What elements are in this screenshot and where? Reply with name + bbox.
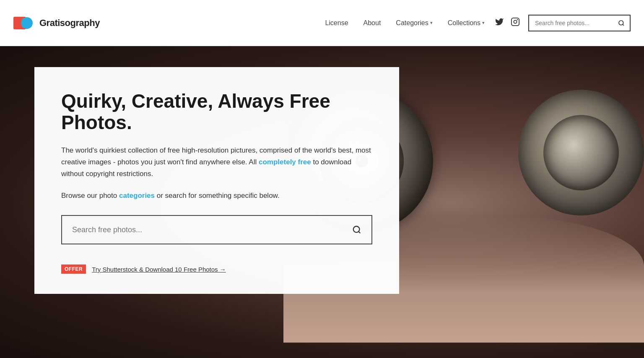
navigation: Gratisography License About Categories ▾… <box>0 0 644 46</box>
svg-line-6 <box>358 232 360 233</box>
hero-search-icon <box>352 225 361 234</box>
instagram-link[interactable] <box>511 17 520 29</box>
nav-collections[interactable]: Collections ▾ <box>448 19 485 27</box>
offer-bar: OFFER Try Shutterstock & Download 10 Fre… <box>61 265 372 274</box>
svg-point-3 <box>619 21 623 25</box>
social-icons <box>495 17 520 29</box>
svg-rect-0 <box>512 18 519 26</box>
nav-search-input[interactable] <box>529 16 613 31</box>
svg-line-4 <box>623 24 624 26</box>
hero-search-input[interactable] <box>62 216 342 244</box>
nav-categories[interactable]: Categories ▾ <box>396 19 432 27</box>
hero-search-button[interactable] <box>342 216 371 244</box>
search-icon <box>618 20 625 26</box>
nav-search-button[interactable] <box>613 16 630 31</box>
offer-badge: OFFER <box>61 265 86 274</box>
goggle-right-inner <box>543 115 619 190</box>
twitter-link[interactable] <box>495 17 504 29</box>
nav-license[interactable]: License <box>325 19 348 27</box>
collections-dropdown-arrow: ▾ <box>482 20 485 26</box>
logo-icon <box>13 16 35 31</box>
nav-about[interactable]: About <box>364 19 381 27</box>
offer-link[interactable]: Try Shutterstock & Download 10 Free Phot… <box>92 266 226 273</box>
hero-card: Quirky, Creative, Always Free Photos. Th… <box>34 67 399 294</box>
nav-links: License About Categories ▾ Collections ▾ <box>325 19 485 27</box>
svg-point-1 <box>514 20 517 23</box>
free-link[interactable]: completely free <box>259 158 311 166</box>
svg-point-2 <box>517 19 518 21</box>
svg-point-5 <box>353 226 360 233</box>
hero-search-bar <box>61 215 372 244</box>
twitter-icon <box>495 17 504 26</box>
instagram-icon <box>511 17 520 26</box>
categories-link[interactable]: categories <box>119 192 155 200</box>
logo[interactable]: Gratisography <box>13 16 100 31</box>
site-name: Gratisography <box>39 18 100 29</box>
logo-circle <box>21 17 33 29</box>
hero-description: The world's quirkiest collection of free… <box>61 145 372 180</box>
browse-suffix: or search for something specific below. <box>155 192 280 200</box>
hero-browse-text: Browse our photo categories or search fo… <box>61 192 372 200</box>
categories-dropdown-arrow: ▾ <box>430 20 433 26</box>
hero-section: Quirky, Creative, Always Free Photos. Th… <box>0 46 644 358</box>
goggle-right <box>518 90 644 215</box>
browse-prefix: Browse our photo <box>61 192 119 200</box>
hero-title: Quirky, Creative, Always Free Photos. <box>61 91 372 133</box>
nav-search-bar <box>528 15 631 31</box>
